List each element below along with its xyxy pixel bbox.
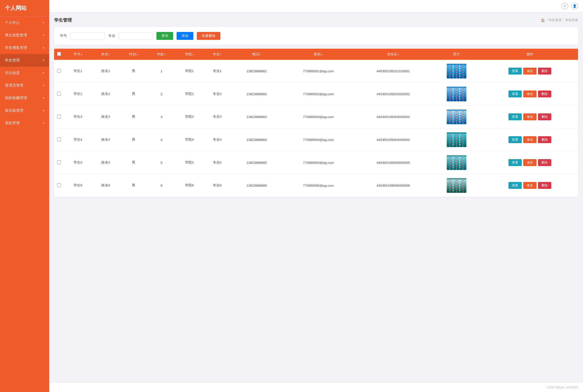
sidebar-item-blog-category[interactable]: 博文类型管理 ▾ bbox=[0, 29, 49, 42]
col-header-college[interactable]: 学院⇕ bbox=[176, 49, 203, 60]
col-header-id-card[interactable]: 身份证⇕ bbox=[355, 49, 432, 60]
edit-button[interactable]: 修改 bbox=[523, 90, 536, 98]
svg-point-186 bbox=[456, 190, 457, 191]
sidebar-item-student-blog[interactable]: 学生博客管理 ▾ bbox=[0, 42, 49, 54]
edit-button[interactable]: 修改 bbox=[523, 68, 536, 74]
cell-email: 773890006@qq.com bbox=[282, 174, 354, 197]
delete-button[interactable]: 删除 bbox=[538, 90, 551, 98]
sidebar-item-favorites[interactable]: 我的收藏管理 ▾ bbox=[0, 92, 49, 104]
svg-point-139 bbox=[450, 157, 450, 158]
svg-point-25 bbox=[459, 73, 460, 74]
cell-name: 姓名4 bbox=[92, 128, 120, 151]
query-button[interactable]: 查询 bbox=[156, 32, 173, 40]
col-header-phone[interactable]: 电话⇕ bbox=[231, 49, 282, 60]
svg-point-46 bbox=[452, 91, 454, 92]
svg-point-149 bbox=[456, 157, 457, 158]
svg-point-122 bbox=[459, 137, 460, 138]
cell-photo bbox=[432, 151, 482, 174]
svg-point-144 bbox=[452, 157, 454, 158]
delete-button[interactable]: 删除 bbox=[538, 136, 551, 143]
svg-point-123 bbox=[459, 139, 460, 140]
view-button[interactable]: 查看 bbox=[508, 159, 522, 166]
col-header-age[interactable]: 年龄⇕ bbox=[148, 49, 176, 60]
svg-point-42 bbox=[450, 94, 450, 94]
sidebar-item-label: 学生博客管理 bbox=[5, 46, 27, 50]
table-row: 学生3 姓名3 男 3 学院3 专业3 13823888883 77389000… bbox=[54, 106, 578, 128]
edit-button[interactable]: 修改 bbox=[523, 182, 536, 189]
sidebar-item-personal-center[interactable]: 个人中心 ▾ bbox=[0, 16, 49, 29]
sidebar-item-forum-info[interactable]: 论坛信息 ▾ bbox=[0, 67, 49, 79]
cell-photo bbox=[432, 174, 482, 197]
svg-point-51 bbox=[456, 91, 457, 92]
svg-point-176 bbox=[450, 190, 450, 191]
delete-button[interactable]: 删除 bbox=[538, 159, 551, 166]
svg-point-112 bbox=[452, 137, 454, 138]
svg-point-87 bbox=[456, 121, 457, 122]
sidebar-item-sys-mgmt[interactable]: 系统管理 ▾ bbox=[0, 117, 49, 129]
chevron-down-icon: ▾ bbox=[43, 71, 44, 74]
svg-point-53 bbox=[456, 96, 457, 97]
col-header-gender[interactable]: 性别⇕ bbox=[120, 49, 148, 60]
svg-point-45 bbox=[452, 88, 454, 90]
sidebar-item-admin-mgmt[interactable]: 管理员管理 ▾ bbox=[0, 79, 49, 92]
edit-button[interactable]: 修改 bbox=[523, 113, 536, 120]
row-checkbox[interactable] bbox=[57, 138, 61, 142]
table-row: 学生1 姓名1 男 1 学院1 专业1 13823888881 77389000… bbox=[54, 60, 578, 83]
row-checkbox[interactable] bbox=[57, 69, 61, 73]
edit-button[interactable]: 修改 bbox=[523, 136, 536, 143]
svg-point-92 bbox=[459, 121, 460, 122]
svg-point-142 bbox=[450, 164, 450, 166]
svg-point-143 bbox=[450, 167, 450, 168]
select-all-checkbox[interactable] bbox=[57, 52, 61, 56]
cell-phone: 13823888885 bbox=[231, 151, 282, 174]
view-button[interactable]: 查看 bbox=[508, 182, 522, 189]
svg-point-47 bbox=[452, 94, 454, 94]
svg-point-158 bbox=[459, 167, 460, 168]
row-checkbox[interactable] bbox=[57, 160, 61, 164]
col-header-major[interactable]: 专业⇕ bbox=[203, 49, 231, 60]
delete-button[interactable]: 删除 bbox=[538, 182, 551, 189]
sidebar-item-message-mgmt[interactable]: 留言板管理 ▾ bbox=[0, 104, 49, 117]
cell-email: 773890001@qq.com bbox=[282, 60, 354, 83]
cell-email: 773890002@qq.com bbox=[282, 83, 354, 106]
close-button[interactable]: ✕ bbox=[561, 3, 568, 10]
major-input[interactable] bbox=[118, 32, 153, 40]
svg-point-150 bbox=[456, 160, 457, 160]
col-header-email[interactable]: 邮箱⇕ bbox=[282, 49, 354, 60]
sidebar-item-student-mgmt[interactable]: 学生管理 ▾ bbox=[0, 54, 49, 67]
chevron-down-icon: ▾ bbox=[43, 84, 44, 87]
student-id-input[interactable] bbox=[70, 32, 105, 40]
batch-delete-button[interactable]: 批量删除 bbox=[197, 32, 220, 40]
svg-point-126 bbox=[462, 134, 464, 135]
svg-point-118 bbox=[456, 139, 457, 140]
add-button[interactable]: 添加 bbox=[176, 32, 193, 40]
row-checkbox[interactable] bbox=[57, 183, 61, 187]
svg-point-159 bbox=[462, 157, 464, 158]
cell-photo bbox=[432, 60, 482, 83]
view-button[interactable]: 查看 bbox=[508, 136, 522, 143]
col-header-student-id[interactable]: 学号⇕ bbox=[64, 49, 92, 60]
col-header-name[interactable]: 姓名⇕ bbox=[92, 49, 120, 60]
delete-button[interactable]: 删除 bbox=[538, 68, 551, 74]
col-header-action: 操作 bbox=[482, 49, 578, 60]
svg-point-187 bbox=[459, 180, 460, 181]
sidebar-item-label: 学生管理 bbox=[5, 58, 20, 63]
breadcrumb-sep-1: / bbox=[546, 18, 547, 22]
svg-point-140 bbox=[450, 160, 450, 160]
view-button[interactable]: 查看 bbox=[508, 113, 522, 120]
svg-point-23 bbox=[459, 68, 460, 69]
row-checkbox[interactable] bbox=[57, 114, 61, 118]
svg-point-194 bbox=[462, 185, 464, 186]
svg-point-10 bbox=[450, 73, 450, 74]
view-button[interactable]: 查看 bbox=[508, 90, 522, 98]
edit-button[interactable]: 修改 bbox=[523, 159, 536, 166]
user-button[interactable]: 👤 bbox=[571, 3, 578, 10]
breadcrumb-sep-2: / bbox=[563, 18, 564, 22]
row-checkbox[interactable] bbox=[57, 92, 61, 96]
breadcrumb-home[interactable]: 🏠 bbox=[541, 18, 545, 22]
delete-button[interactable]: 删除 bbox=[538, 113, 551, 120]
svg-point-41 bbox=[450, 91, 450, 92]
view-button[interactable]: 查看 bbox=[508, 68, 522, 74]
cell-major: 专业2 bbox=[203, 83, 231, 106]
cell-major: 专业4 bbox=[203, 128, 231, 151]
